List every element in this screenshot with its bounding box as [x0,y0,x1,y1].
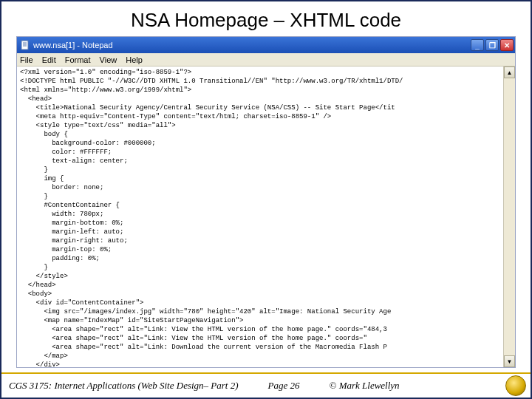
scroll-track[interactable] [504,78,515,355]
window-buttons: _ ❐ ✕ [471,39,514,51]
notepad-textarea[interactable]: <?xml version="1.0" encoding="iso-8859-1… [17,66,503,367]
notepad-window: www.nsa[1] - Notepad _ ❐ ✕ File Edit For… [16,36,516,368]
notepad-title-text: www.nsa[1] - Notepad [33,41,471,50]
scroll-down-button[interactable]: ▼ [504,355,515,367]
menu-edit[interactable]: Edit [42,55,56,64]
notepad-titlebar[interactable]: www.nsa[1] - Notepad _ ❐ ✕ [17,37,515,53]
slide-footer: CGS 3175: Internet Applications (Web Sit… [1,372,531,398]
maximize-button[interactable]: ❐ [485,39,499,51]
scroll-up-button[interactable]: ▲ [504,66,515,78]
menu-file[interactable]: File [20,55,33,64]
notepad-menubar: File Edit Format View Help [17,53,515,66]
chevron-up-icon: ▲ [507,69,513,76]
menu-view[interactable]: View [100,55,117,64]
svg-rect-0 [21,41,28,50]
minimize-icon: _ [475,41,480,50]
close-icon: ✕ [504,41,510,50]
chevron-down-icon: ▼ [507,358,513,365]
minimize-button[interactable]: _ [471,39,484,51]
notepad-body: <?xml version="1.0" encoding="iso-8859-1… [17,66,515,367]
ucf-logo-icon [505,375,526,396]
footer-copyright: © Mark Llewellyn [330,380,400,392]
slide-container: NSA Homepage – XHTML code www.nsa[1] - N… [0,0,532,399]
close-button[interactable]: ✕ [500,39,514,51]
menu-format[interactable]: Format [65,55,91,64]
menu-help[interactable]: Help [126,55,143,64]
vertical-scrollbar[interactable]: ▲ ▼ [503,66,515,367]
slide-title: NSA Homepage – XHTML code [1,1,531,36]
maximize-icon: ❐ [489,41,496,50]
footer-page: Page 26 [268,380,300,392]
notepad-icon [20,40,30,50]
footer-course: CGS 3175: Internet Applications (Web Sit… [9,380,239,392]
